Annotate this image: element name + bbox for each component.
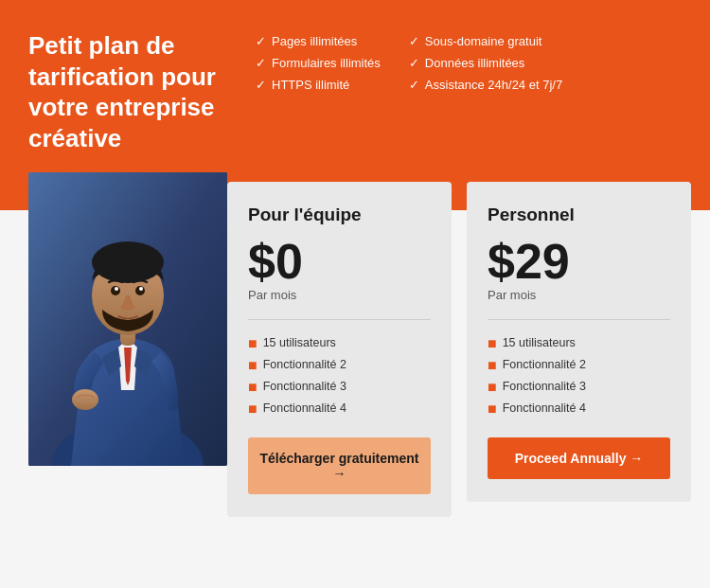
feature-item: ■ Fonctionnalité 4 xyxy=(488,401,670,417)
bullet-icon: ■ xyxy=(248,358,257,373)
svg-point-9 xyxy=(72,389,98,410)
feature-item: ■ Fonctionnalité 3 xyxy=(248,379,431,395)
bullet-icon: ■ xyxy=(488,380,497,395)
content-section: Pour l'équipe $0 Par mois ■ 15 utilisate… xyxy=(0,210,710,588)
card-features-team: ■ 15 utilisateurs ■ Fonctionnalité 2 ■ F… xyxy=(248,335,431,417)
card-divider xyxy=(248,319,431,320)
page-wrapper: Petit plan de tarification pour votre en… xyxy=(0,0,710,588)
feature-item: ✓HTTPS illimité xyxy=(256,78,381,92)
feature-item: ✓Assistance 24h/24 et 7j/7 xyxy=(409,78,562,92)
left-col xyxy=(0,210,218,588)
pricing-card-personal: Personnel $29 Par mois ■ 15 utilisateurs… xyxy=(467,182,691,502)
check-icon: ✓ xyxy=(409,34,419,48)
feature-item: ✓Pages illimitées xyxy=(256,34,381,48)
card-period-personal: Par mois xyxy=(488,288,670,302)
pricing-card-team: Pour l'équipe $0 Par mois ■ 15 utilisate… xyxy=(227,182,452,517)
card-features-personal: ■ 15 utilisateurs ■ Fonctionnalité 2 ■ F… xyxy=(488,335,670,417)
feature-item: ■ Fonctionnalité 4 xyxy=(248,401,431,417)
card-divider xyxy=(488,319,670,320)
feature-item: ✓Données illimitées xyxy=(409,56,562,70)
card-title-personal: Personnel xyxy=(488,205,670,225)
card-button-team[interactable]: Télécharger gratuitement → xyxy=(248,437,431,494)
page-title: Petit plan de tarification pour votre en… xyxy=(28,30,237,153)
check-icon: ✓ xyxy=(409,56,419,70)
bullet-icon: ■ xyxy=(488,401,497,417)
person-image xyxy=(28,172,227,466)
card-title-team: Pour l'équipe xyxy=(248,205,431,225)
feature-item: ✓Formulaires illimités xyxy=(256,56,381,70)
feature-list-1: ✓Pages illimitées✓Formulaires illimités✓… xyxy=(256,34,381,153)
card-period-team: Par mois xyxy=(248,288,431,302)
card-price-team: $0 xyxy=(248,237,431,286)
feature-item: ■ 15 utilisateurs xyxy=(248,335,431,351)
header-inner: Petit plan de tarification pour votre en… xyxy=(28,30,682,153)
feature-item: ■ Fonctionnalité 3 xyxy=(488,379,670,395)
bullet-icon: ■ xyxy=(488,336,497,351)
bullet-icon: ■ xyxy=(248,401,257,417)
feature-item: ■ Fonctionnalité 2 xyxy=(248,357,431,373)
bullet-icon: ■ xyxy=(248,380,257,395)
header-features-col: ✓Pages illimitées✓Formulaires illimités✓… xyxy=(256,30,562,153)
person-svg xyxy=(28,172,227,466)
cards-area: Pour l'équipe $0 Par mois ■ 15 utilisate… xyxy=(218,210,710,588)
bullet-icon: ■ xyxy=(488,358,497,373)
feature-item: ■ 15 utilisateurs xyxy=(488,335,670,351)
header-title-col: Petit plan de tarification pour votre en… xyxy=(28,30,237,153)
feature-item: ■ Fonctionnalité 2 xyxy=(488,357,670,373)
bullet-icon: ■ xyxy=(248,336,257,351)
check-icon: ✓ xyxy=(409,78,419,92)
card-button-personal[interactable]: Proceed Annually → xyxy=(488,437,670,479)
card-price-personal: $29 xyxy=(488,237,670,286)
check-icon: ✓ xyxy=(256,78,266,92)
check-icon: ✓ xyxy=(256,34,266,48)
check-icon: ✓ xyxy=(256,56,266,70)
feature-item: ✓Sous-domaine gratuit xyxy=(409,34,562,48)
svg-point-7 xyxy=(115,287,118,291)
feature-list-2: ✓Sous-domaine gratuit✓Données illimitées… xyxy=(409,34,562,153)
svg-point-8 xyxy=(139,287,143,291)
